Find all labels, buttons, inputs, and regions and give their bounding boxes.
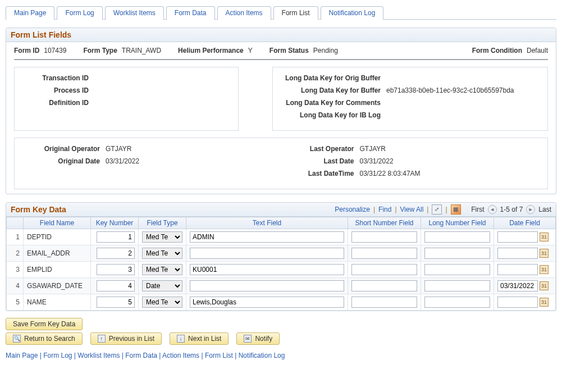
zoom-icon[interactable]: ⤢ [432,204,442,215]
search-icon: 🔍 [13,335,21,343]
long-number-input[interactable] [424,231,490,243]
origin-info-box: Original OperatorGTJAYR Original Date03/… [14,138,548,189]
calendar-icon[interactable]: 31 [540,249,549,258]
orig-operator-label: Original Operator [27,145,106,153]
date-field-input[interactable] [497,297,538,308]
notify-button[interactable]: ✉Notify [236,332,280,345]
key-number-input[interactable] [97,231,135,243]
table-row: 3EMPLIDMed TeDate31 [7,262,556,278]
date-field-input[interactable] [497,248,538,259]
ids-box: Transaction ID Process ID Definition ID [14,67,239,131]
orig-date-label: Original Date [27,157,106,165]
field-type-select[interactable]: Med TeDate [142,231,182,243]
short-number-input[interactable] [351,231,417,243]
previous-in-list-button[interactable]: ↑Previous in List [90,332,162,345]
view-all-link[interactable]: View All [400,206,424,213]
last-link[interactable]: Last [538,206,551,213]
download-icon[interactable]: ▦ [451,204,461,215]
tab-form-data[interactable]: Form Data [166,6,215,20]
field-type-select[interactable]: Med TeDate [142,280,182,291]
next-page-icon[interactable]: ► [526,205,535,214]
long-number-input[interactable] [424,264,490,275]
short-number-input[interactable] [351,297,417,308]
tab-worklist-items[interactable]: Worklist Items [105,6,164,20]
short-number-input[interactable] [351,280,417,291]
calendar-icon[interactable]: 31 [540,281,549,290]
text-field-input[interactable] [190,248,344,259]
col-short-num[interactable]: Short Number Field [348,217,421,229]
long-number-input[interactable] [424,248,490,259]
col-field-name[interactable]: Field Name [24,217,91,229]
tab-form-list[interactable]: Form List [273,6,318,20]
helium-label: Helium Performance [178,47,244,54]
key-number-input[interactable] [97,297,135,308]
col-text-field[interactable]: Text Field [186,217,348,229]
field-name-cell: NAME [24,294,91,311]
field-name-cell: EMPLID [24,262,91,278]
long-number-input[interactable] [424,280,490,291]
calendar-icon[interactable]: 31 [540,298,549,307]
tab-action-items[interactable]: Action Items [217,6,271,20]
col-long-num[interactable]: Long Number Field [421,217,494,229]
find-link[interactable]: Find [378,206,391,213]
field-type-select[interactable]: Med TeDate [142,264,182,275]
form-type-label: Form Type [83,47,117,54]
field-type-select[interactable]: Med TeDate [142,297,182,308]
orig-date-value: 03/31/2022 [106,157,281,165]
comments-label: Long Data Key for Comments [285,99,386,107]
field-name-cell: DEPTID [24,229,91,245]
long-number-input[interactable] [424,297,490,308]
table-row: 4GSAWARD_DATEMed TeDate31 [7,278,556,294]
prev-page-icon[interactable]: ◄ [488,205,497,214]
page-tabs: Main Page Form Log Worklist Items Form D… [6,6,556,20]
process-id-label: Process ID [27,86,94,94]
bottom-link-notification-log[interactable]: Notification Log [239,352,285,359]
bottom-link-worklist-items[interactable]: Worklist Items [77,352,120,359]
col-key-number[interactable]: Key Number [91,217,139,229]
tab-form-log[interactable]: Form Log [57,6,102,20]
key-number-input[interactable] [97,280,135,291]
form-key-data-grid: Field Name Key Number Field Type Text Fi… [6,217,556,311]
short-number-input[interactable] [351,248,417,259]
form-id-label: Form ID [14,47,39,54]
row-number: 5 [7,294,24,311]
next-in-list-button[interactable]: ↓Next in List [170,332,229,345]
row-number: 2 [7,245,24,262]
col-date-field[interactable]: Date Field [494,217,556,229]
text-field-input[interactable] [190,264,344,275]
arrow-up-icon: ↑ [98,335,106,343]
tab-notification-log[interactable]: Notification Log [321,6,384,20]
bottom-link-action-items[interactable]: Action Items [162,352,199,359]
key-number-input[interactable] [97,264,135,275]
key-number-input[interactable] [97,248,135,259]
short-number-input[interactable] [351,264,417,275]
text-field-input[interactable] [190,231,344,243]
field-type-select[interactable]: Med TeDate [142,248,182,259]
col-field-type[interactable]: Field Type [139,217,186,229]
first-link[interactable]: First [471,206,484,213]
bottom-link-main-page[interactable]: Main Page [6,352,38,359]
table-row: 1DEPTIDMed TeDate31 [7,229,556,245]
arrow-down-icon: ↓ [177,335,185,343]
personalize-link[interactable]: Personalize [335,206,370,213]
bottom-link-form-list[interactable]: Form List [205,352,233,359]
row-number: 1 [7,229,24,245]
text-field-input[interactable] [190,297,344,308]
date-field-input[interactable] [497,264,538,275]
tab-main-page[interactable]: Main Page [6,6,54,20]
transaction-id-label: Transaction ID [27,74,94,82]
return-to-search-button[interactable]: 🔍Return to Search [6,332,83,345]
calendar-icon[interactable]: 31 [540,233,549,241]
grid-title: Form Key Data [11,205,66,214]
bottom-link-form-data[interactable]: Form Data [125,352,157,359]
bottom-link-form-log[interactable]: Form Log [43,352,72,359]
col-rownum[interactable] [7,217,24,229]
date-field-input[interactable] [497,231,538,243]
calendar-icon[interactable]: 31 [540,265,549,274]
field-name-cell: GSAWARD_DATE [24,278,91,294]
text-field-input[interactable] [190,280,344,291]
save-form-key-data-button[interactable]: Save Form Key Data [6,318,83,330]
date-field-input[interactable] [497,280,538,291]
form-id-value: 107439 [44,47,66,54]
form-condition-label: Form Condition [472,47,522,54]
